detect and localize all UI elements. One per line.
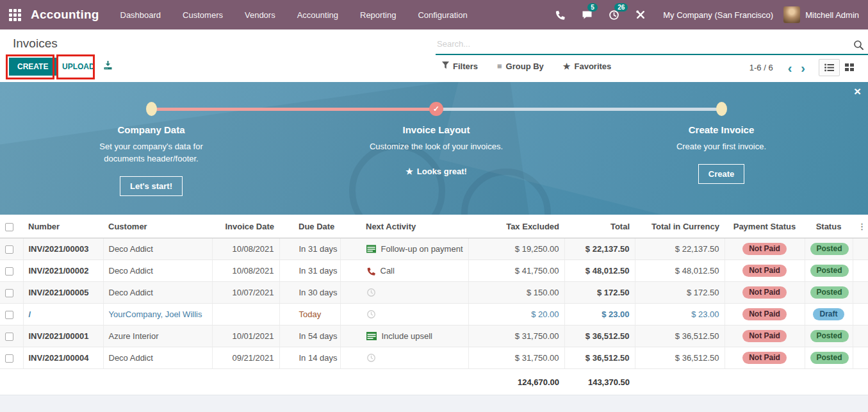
activities-icon[interactable]: 26 [607,8,621,22]
pager-zone: 1-6 / 6 ‹ › [749,59,859,76]
view-switcher [819,59,859,76]
kanban-grid-icon [845,63,854,72]
upload-button[interactable]: UPLOAD [58,58,99,76]
invoice-row[interactable]: INV/2021/00002 Deco Addict 10/08/2021 In… [0,260,868,282]
user-menu[interactable]: Mitchell Admin [805,10,859,20]
phone-icon[interactable] [553,8,567,22]
invoice-row[interactable]: INV/2021/00003 Deco Addict 10/08/2021 In… [0,238,868,260]
menu-configuration[interactable]: Configuration [407,0,478,29]
status-badge: Draft [813,308,844,320]
banner-close-icon[interactable]: × [854,85,861,99]
menu-reporting[interactable]: Reporting [349,0,407,29]
status-badge: Posted [810,352,849,364]
status-badge: Posted [810,265,849,277]
payment-status-badge: Not Paid [742,243,787,255]
column-header-due-date[interactable]: Due Date [279,215,340,238]
select-all-checkbox-cell [0,215,23,238]
invoice-row-draft[interactable]: / YourCompany, Joel Willis Today $ 20.00… [0,304,868,325]
optional-columns-icon[interactable]: ⋮ [853,215,868,238]
bottom-strip [0,395,868,412]
search-icon[interactable] [853,40,864,53]
onboarding-step-invoice-layout: Invoice Layout Customize the look of you… [347,124,526,177]
total-tax-excluded: 124,670.00 [468,369,564,395]
onboarding-step-company-data: Company Data Set your company's data for… [61,124,241,196]
list-view-button[interactable] [819,59,840,76]
control-panel: Invoices CREATE UPLOAD Filters ≡ Group B… [0,29,868,82]
apps-menu-icon[interactable] [9,9,21,21]
step-title: Create Invoice [632,124,811,135]
top-navbar: Accounting Dashboard Customers Vendors A… [0,0,868,29]
filters-button[interactable]: Filters [442,62,478,71]
tools-icon[interactable] [634,8,648,22]
activity-phone-icon [366,267,375,276]
invoice-row[interactable]: INV/2021/00004 Deco Addict 09/21/2021 In… [0,347,868,369]
search-facets: Filters ≡ Group By ★ Favorites [442,62,611,71]
payment-status-badge: Not Paid [742,265,787,277]
column-header-customer[interactable]: Customer [103,215,212,238]
company-switcher[interactable]: My Company (San Francisco) [663,10,773,20]
row-checkbox[interactable] [5,354,13,363]
pager-count: 1-6 / 6 [749,63,773,72]
activity-clock-icon[interactable] [366,288,376,297]
column-header-invoice-date[interactable]: Invoice Date [212,215,279,238]
lets-start-button[interactable]: Let's start! [120,176,183,196]
step-dot-invoice-layout-done: ✓ [429,102,443,116]
menu-dashboard[interactable]: Dashboard [110,0,172,29]
invoice-row[interactable]: INV/2021/00005 Deco Addict 10/07/2021 In… [0,282,868,304]
create-button[interactable]: CREATE [9,58,56,76]
column-header-total-in-currency[interactable]: Total in Currency [635,215,725,238]
status-badge: Posted [810,330,849,342]
row-checkbox[interactable] [5,245,13,254]
favorites-star-icon: ★ [563,62,571,71]
pager-next-icon[interactable]: › [796,62,810,74]
invoice-row[interactable]: INV/2021/00001 Azure Interior 10/01/2021… [0,325,868,347]
select-all-checkbox[interactable] [5,223,13,231]
column-header-payment-status[interactable]: Payment Status [725,215,805,238]
total-amount: 143,370.50 [564,369,635,395]
step-description: Customize the look of your invoices. [369,141,504,153]
activity-clock-icon[interactable] [366,353,376,363]
kanban-view-button[interactable] [840,60,859,76]
main-menu: Dashboard Customers Vendors Accounting R… [110,0,479,29]
row-checkbox[interactable] [5,311,13,319]
search-bar [436,36,868,55]
group-by-icon: ≡ [497,62,502,71]
progress-line-done [151,108,436,111]
onboarding-banner: × ✓ Company Data Set your company's data… [0,82,868,215]
search-input[interactable] [436,36,849,52]
pager-previous-icon[interactable]: ‹ [783,62,797,74]
group-by-button[interactable]: ≡ Group By [497,62,544,71]
table-header-row: Number Customer Invoice Date Due Date Ne… [0,215,868,238]
messages-icon[interactable]: 5 [580,8,594,22]
column-header-status[interactable]: Status [805,215,853,238]
onboarding-step-create-invoice: Create Invoice Create your first invoice… [632,124,811,184]
page-title: Invoices [13,37,58,51]
payment-status-badge: Not Paid [742,330,787,342]
app-title[interactable]: Accounting [31,8,99,22]
column-header-next-activity[interactable]: Next Activity [340,215,468,238]
step-description: Set your company's data for documents he… [84,141,218,165]
column-header-number[interactable]: Number [23,215,103,238]
activity-clock-icon[interactable] [366,309,376,319]
user-avatar[interactable] [783,6,800,23]
export-download-icon[interactable] [102,60,113,73]
activities-badge: 26 [614,3,628,12]
create-invoice-button[interactable]: Create [698,164,744,184]
step-dot-create-invoice [716,102,727,116]
column-header-tax-excluded[interactable]: Tax Excluded [468,215,564,238]
nav-right-zone: 5 26 My Company (San Francisco) Mitchell… [546,6,859,23]
row-checkbox[interactable] [5,267,13,276]
step-title: Invoice Layout [347,124,526,135]
menu-customers[interactable]: Customers [172,0,234,29]
invoice-list: Number Customer Invoice Date Due Date Ne… [0,215,868,395]
favorites-button[interactable]: ★ Favorites [563,62,611,71]
row-checkbox[interactable] [5,289,13,297]
column-header-total[interactable]: Total [564,215,635,238]
menu-accounting[interactable]: Accounting [286,0,349,29]
status-badge: Posted [810,286,849,299]
row-checkbox[interactable] [5,333,13,341]
menu-vendors[interactable]: Vendors [234,0,286,29]
activity-list-icon [366,332,377,340]
looks-great-link[interactable]: ★Looks great! [405,167,467,176]
payment-status-badge: Not Paid [742,308,787,320]
